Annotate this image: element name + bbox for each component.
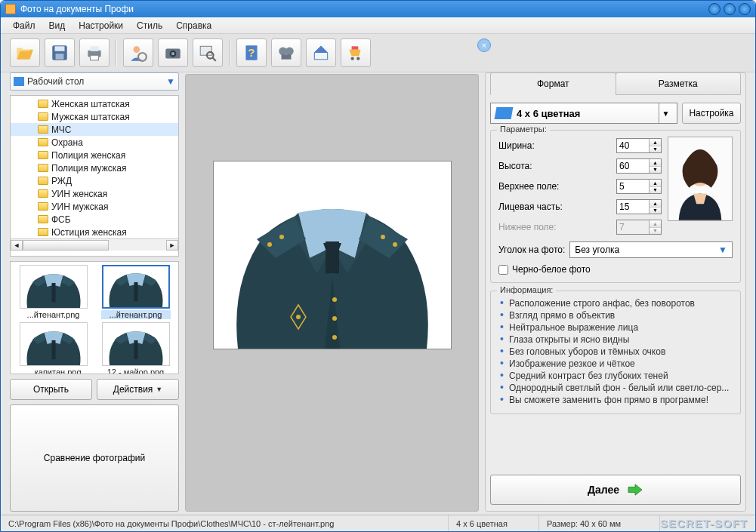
toolbar-open-button[interactable] (10, 38, 40, 67)
camera-icon (163, 43, 183, 63)
open-icon (15, 43, 35, 63)
svg-rect-4 (91, 46, 99, 51)
toolbar-help-button[interactable]: ? (236, 38, 267, 67)
tree-item[interactable]: Полиция мужская (11, 161, 178, 174)
location-label: Рабочий стол (27, 76, 84, 87)
close-button[interactable] (739, 3, 751, 15)
tree-item[interactable]: МЧС (11, 123, 178, 136)
toolbar-person-button[interactable] (123, 38, 153, 67)
format-settings-button[interactable]: Настройка (682, 103, 741, 124)
svg-rect-1 (55, 46, 65, 51)
svg-point-32 (381, 235, 385, 239)
toolbar-save-button[interactable] (45, 38, 75, 67)
menu-file[interactable]: Файл (7, 19, 42, 32)
menu-help[interactable]: Справка (170, 19, 218, 32)
svg-point-30 (279, 235, 284, 239)
tree-item[interactable]: Женская штатская (11, 97, 178, 110)
height-label: Высота: (498, 161, 616, 171)
tab-markup[interactable]: Разметка (616, 72, 742, 95)
menu-style[interactable]: Стиль (131, 19, 168, 32)
width-spinner[interactable]: ▲▼ (616, 138, 662, 153)
folder-icon (38, 215, 48, 223)
next-button[interactable]: Далее (490, 475, 741, 505)
window-title: Фото на документы Профи (20, 4, 708, 14)
status-path: C:\Program Files (x86)\Фото на документы… (1, 515, 449, 531)
sample-portrait (668, 137, 733, 221)
tree-item[interactable]: Охрана (11, 136, 178, 149)
folder-tree[interactable]: Женская штатскаяМужская штатскаяМЧСОхран… (10, 95, 179, 257)
watermark: SECRET-SOFT (660, 517, 755, 530)
open-button[interactable]: Открыть (10, 379, 92, 400)
svg-rect-18 (282, 54, 292, 60)
toolbar-search-button[interactable] (193, 38, 223, 67)
tree-item-label: МЧС (51, 125, 72, 135)
info-item: Без головных уборов и тёмных очков (498, 346, 733, 358)
compare-button[interactable]: Сравнение фотографий (10, 404, 179, 512)
thumbnail-grid[interactable]: ...йтенант.png...йтенант.png... капитан.… (10, 261, 179, 374)
scroll-thumb[interactable] (23, 240, 109, 251)
toolbar-cart-button[interactable] (341, 38, 371, 67)
person-icon (128, 43, 148, 63)
tree-item[interactable]: Мужская штатская (11, 110, 178, 123)
menu-view[interactable]: Вид (43, 19, 72, 32)
thumbnail[interactable]: ...йтенант.png (14, 265, 93, 319)
thumbnail[interactable]: ... капитан.png (14, 322, 93, 374)
tree-item-label: Юстиция женская (51, 227, 127, 238)
menubar: Файл Вид Настройки Стиль Справка (1, 17, 755, 34)
folder-icon (38, 138, 48, 146)
svg-rect-11 (200, 46, 211, 55)
toolbar-video-button[interactable] (271, 38, 301, 67)
minimize-button[interactable] (708, 3, 721, 15)
tree-item[interactable]: УИН мужская (11, 200, 178, 213)
top-margin-spinner[interactable]: ▲▼ (616, 179, 662, 194)
tree-item[interactable]: Юстиция женская (11, 226, 178, 238)
corner-label: Уголок на фото: (498, 244, 565, 255)
status-format: 4 x 6 цветная (449, 515, 539, 531)
tree-item-label: УИН мужская (51, 201, 108, 212)
bottom-margin-spinner: ▲▼ (616, 220, 662, 235)
face-part-label: Лицевая часть: (498, 201, 616, 212)
svg-rect-5 (91, 55, 99, 60)
scroll-left-button[interactable]: ◄ (11, 240, 23, 251)
toolbar-close-button[interactable]: × (477, 38, 491, 52)
info-item: Изображение резкое и чёткое (498, 358, 733, 370)
tree-item[interactable]: РЖД (11, 174, 178, 187)
chevron-down-icon[interactable]: ▼ (659, 103, 672, 123)
toolbar: ? × (1, 34, 755, 72)
svg-point-36 (296, 315, 301, 319)
tree-item-label: Полиция мужская (51, 163, 126, 174)
maximize-button[interactable] (724, 3, 736, 15)
tree-h-scrollbar[interactable]: ◄► (11, 238, 178, 251)
actions-button[interactable]: Действия▼ (97, 379, 179, 400)
tree-item[interactable]: Полиция женская (11, 149, 178, 161)
tree-item-label: УИН женская (51, 189, 107, 199)
folder-icon (38, 100, 48, 108)
arrow-right-icon (627, 483, 643, 497)
toolbar-print-button[interactable] (79, 38, 110, 67)
svg-point-6 (134, 46, 140, 53)
toolbar-camera-button[interactable] (158, 38, 188, 67)
tree-item[interactable]: ФСБ (11, 213, 178, 226)
scroll-right-button[interactable]: ► (166, 240, 178, 251)
height-spinner[interactable]: ▲▼ (616, 158, 662, 174)
params-fieldset: Параметры: Ширина:▲▼ Высота:▲▼ Верхнее п… (490, 130, 741, 283)
toolbar-home-button[interactable] (306, 38, 336, 67)
menu-settings[interactable]: Настройки (73, 19, 129, 32)
info-legend: Информация: (497, 285, 556, 294)
svg-point-31 (393, 242, 397, 247)
svg-rect-23 (134, 282, 137, 301)
bw-checkbox[interactable] (498, 265, 508, 275)
face-part-spinner[interactable]: ▲▼ (616, 199, 662, 214)
tab-format[interactable]: Формат (490, 72, 616, 95)
format-combo[interactable]: 4 x 6 цветная ▼ (490, 103, 677, 124)
info-item: Взгляд прямо в объектив (498, 309, 733, 321)
location-combo[interactable]: Рабочий стол ▼ (10, 72, 179, 91)
photos-icon (495, 107, 514, 119)
folder-icon (38, 189, 48, 198)
format-label: 4 x 6 цветная (517, 108, 580, 119)
corner-combo[interactable]: Без уголка ▼ (569, 241, 733, 258)
tree-item[interactable]: УИН женская (11, 187, 178, 200)
save-icon (50, 43, 69, 63)
thumbnail[interactable]: 12 - майор.png (96, 322, 175, 374)
thumbnail[interactable]: ...йтенант.png (96, 265, 175, 319)
